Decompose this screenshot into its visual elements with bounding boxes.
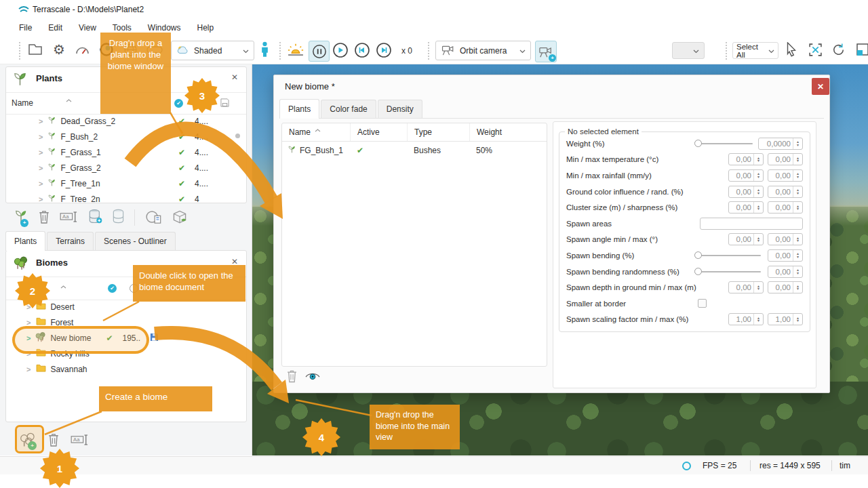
scale-tool-button[interactable] [856, 43, 868, 57]
biome-plant-row[interactable]: FG_Bush_1 Bushes 50% [282, 142, 547, 159]
camera-add-bookmark-button[interactable] [535, 41, 557, 62]
export-plant-button[interactable] [146, 209, 162, 226]
plant-row[interactable]: F_Grass_1 4.... [6, 144, 247, 160]
weight-spinner[interactable]: 0,0000 [758, 138, 803, 150]
database-sync-button[interactable] [88, 209, 102, 226]
plant-name[interactable]: F_Grass_1 [60, 148, 178, 157]
move-tool-button[interactable] [808, 43, 823, 57]
visibility-eye-button[interactable] [305, 371, 320, 383]
menu-help[interactable]: Help [197, 23, 214, 33]
group-title: No selected element [565, 127, 642, 136]
play-button[interactable] [332, 42, 349, 58]
expander-icon[interactable] [39, 117, 43, 126]
plant-name[interactable]: Dead_Grass_2 [60, 117, 178, 126]
step-back-button[interactable] [354, 42, 370, 58]
plant-name[interactable]: F_Bush_2 [60, 132, 178, 142]
scaling-min-spinner[interactable]: 1,00 [728, 313, 764, 325]
biome-name[interactable]: Savannah [50, 365, 87, 374]
col-weight[interactable]: Weight [469, 123, 547, 141]
biome-name[interactable]: Desert [50, 302, 74, 312]
pause-button[interactable] [309, 41, 330, 62]
rain-max-spinner[interactable]: 0,00 [768, 169, 803, 182]
col-name[interactable]: Name [282, 123, 350, 141]
cluster-min-spinner[interactable]: 0,00 [728, 201, 764, 214]
rain-min-spinner[interactable]: 0,00 [728, 169, 764, 182]
depth-min-spinner[interactable]: 0,00 [728, 281, 764, 293]
tab-scenes-outliner[interactable]: Scenes - Outliner [95, 232, 176, 250]
scaling-max-spinner[interactable]: 1,00 [768, 313, 803, 325]
add-plant-button[interactable] [14, 209, 28, 227]
daylight-button[interactable] [288, 43, 304, 57]
camera-mode-dropdown[interactable]: Orbit camera [435, 41, 531, 60]
angle-min-spinner[interactable]: 0,00 [728, 233, 764, 245]
rename-biome-button[interactable]: Aa [71, 434, 90, 448]
weight-slider[interactable] [696, 143, 753, 144]
expander-icon[interactable] [26, 365, 31, 374]
prop-label: Min / max temperature (°c) [566, 155, 728, 163]
dialog-tab-plants[interactable]: Plants [279, 99, 319, 119]
performance-button[interactable] [75, 43, 90, 56]
plant-row[interactable]: F_Grass_2 4.... [6, 160, 247, 176]
ground-max-spinner[interactable]: 0,00 [768, 186, 803, 198]
plant-name[interactable]: F_Tree_1n [60, 179, 178, 188]
biome-row[interactable]: Savannah [6, 361, 247, 377]
plant-row[interactable]: F_Bush_2 4.... [6, 129, 247, 144]
expander-icon[interactable] [39, 163, 43, 173]
expander-icon[interactable] [39, 179, 43, 188]
camera-bookmark-dropdown[interactable] [672, 42, 705, 59]
rename-plant-button[interactable]: Aa [60, 211, 79, 225]
delete-biome-plant-button[interactable] [286, 369, 298, 385]
dialog-tab-density[interactable]: Density [378, 100, 422, 118]
biome-plants-table-header[interactable]: Name Active Type Weight [282, 123, 547, 142]
temp-min-spinner[interactable]: 0,00 [728, 153, 764, 165]
delete-plant-button[interactable] [38, 209, 50, 226]
depth-max-spinner[interactable]: 0,00 [768, 281, 803, 293]
menu-view[interactable]: View [79, 23, 96, 33]
save-icon[interactable] [150, 333, 159, 344]
status-time: tim [840, 461, 850, 470]
menu-edit[interactable]: Edit [48, 23, 62, 33]
select-cursor-button[interactable] [785, 42, 797, 57]
plants-col-name[interactable]: Name [12, 98, 33, 108]
expander-icon[interactable] [39, 195, 43, 204]
expander-icon[interactable] [39, 132, 43, 142]
temp-max-spinner[interactable]: 0,00 [768, 153, 803, 165]
menu-file[interactable]: File [19, 23, 32, 33]
bending-randomness-spinner[interactable]: 0,00 [768, 266, 803, 278]
step-forward-button[interactable] [376, 42, 392, 58]
render-mode-dropdown[interactable]: Shaded [171, 41, 254, 60]
bending-slider[interactable] [696, 255, 761, 256]
ground-min-spinner[interactable]: 0,00 [728, 186, 764, 198]
menu-tools[interactable]: Tools [113, 23, 132, 33]
plant-package-button[interactable] [172, 209, 188, 226]
expander-icon[interactable] [39, 148, 43, 157]
plant-row[interactable]: F_Tree_1n 4.... [6, 176, 247, 191]
plant-row[interactable]: F_Tree_2n 4 [6, 191, 247, 203]
first-person-button[interactable] [260, 41, 269, 60]
col-active[interactable]: Active [350, 123, 407, 141]
rotate-tool-button[interactable] [831, 43, 846, 57]
database-button[interactable] [112, 209, 125, 226]
bending-randomness-slider[interactable] [696, 271, 761, 272]
scrollbar-thumb[interactable] [235, 134, 240, 138]
dialog-tab-color-fade[interactable]: Color fade [321, 100, 376, 118]
col-type[interactable]: Type [407, 123, 469, 141]
biome-plant-name[interactable]: FG_Bush_1 [300, 146, 350, 155]
dialog-close-button[interactable]: ✕ [812, 78, 829, 95]
plant-name[interactable]: F_Tree_2n [60, 195, 178, 204]
tab-plants[interactable]: Plants [5, 231, 45, 251]
smaller-at-border-checkbox[interactable] [698, 299, 707, 308]
open-folder-button[interactable] [27, 43, 43, 56]
tab-terrains[interactable]: Terrains [47, 232, 94, 250]
plant-row[interactable]: Dead_Grass_2 4.... [6, 113, 247, 129]
plant-name[interactable]: F_Grass_2 [60, 163, 178, 173]
menu-windows[interactable]: Windows [148, 23, 181, 33]
spawn-areas-input[interactable] [700, 218, 803, 230]
settings-button[interactable] [53, 41, 65, 58]
bending-spinner[interactable]: 0,00 [768, 249, 803, 262]
delete-biome-button[interactable] [47, 432, 60, 449]
select-mode-dropdown[interactable]: Select All [732, 42, 778, 59]
cluster-max-spinner[interactable]: 0,00 [768, 201, 803, 214]
close-icon[interactable] [231, 73, 238, 82]
angle-max-spinner[interactable]: 0,00 [768, 233, 803, 245]
